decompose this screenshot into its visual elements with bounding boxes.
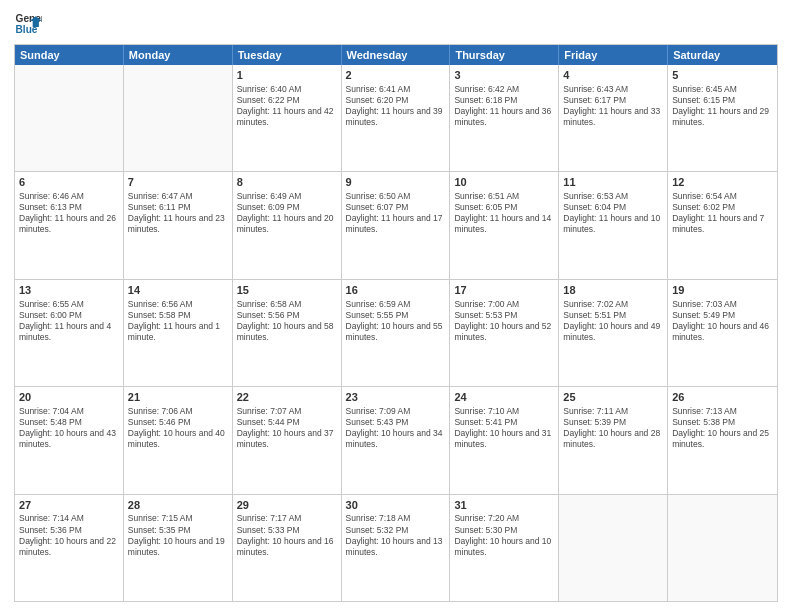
day-number: 23 — [346, 390, 446, 405]
day-header-thursday: Thursday — [450, 45, 559, 65]
day-number: 9 — [346, 175, 446, 190]
day-number: 2 — [346, 68, 446, 83]
day-info: Sunrise: 7:14 AM Sunset: 5:36 PM Dayligh… — [19, 513, 119, 557]
day-number: 14 — [128, 283, 228, 298]
day-info: Sunrise: 6:49 AM Sunset: 6:09 PM Dayligh… — [237, 191, 337, 235]
day-number: 20 — [19, 390, 119, 405]
day-number: 28 — [128, 498, 228, 513]
day-header-saturday: Saturday — [668, 45, 777, 65]
page-container: General Blue SundayMondayTuesdayWednesda… — [0, 0, 792, 612]
day-info: Sunrise: 6:41 AM Sunset: 6:20 PM Dayligh… — [346, 84, 446, 128]
day-cell-20: 20Sunrise: 7:04 AM Sunset: 5:48 PM Dayli… — [15, 387, 124, 493]
day-info: Sunrise: 6:59 AM Sunset: 5:55 PM Dayligh… — [346, 299, 446, 343]
day-number: 15 — [237, 283, 337, 298]
empty-cell — [15, 65, 124, 171]
day-cell-5: 5Sunrise: 6:45 AM Sunset: 6:15 PM Daylig… — [668, 65, 777, 171]
logo-icon: General Blue — [14, 10, 42, 38]
day-number: 22 — [237, 390, 337, 405]
day-number: 5 — [672, 68, 773, 83]
day-info: Sunrise: 7:17 AM Sunset: 5:33 PM Dayligh… — [237, 513, 337, 557]
day-cell-11: 11Sunrise: 6:53 AM Sunset: 6:04 PM Dayli… — [559, 172, 668, 278]
day-cell-9: 9Sunrise: 6:50 AM Sunset: 6:07 PM Daylig… — [342, 172, 451, 278]
day-cell-28: 28Sunrise: 7:15 AM Sunset: 5:35 PM Dayli… — [124, 495, 233, 601]
day-cell-10: 10Sunrise: 6:51 AM Sunset: 6:05 PM Dayli… — [450, 172, 559, 278]
day-info: Sunrise: 6:40 AM Sunset: 6:22 PM Dayligh… — [237, 84, 337, 128]
calendar: SundayMondayTuesdayWednesdayThursdayFrid… — [14, 44, 778, 602]
day-info: Sunrise: 7:00 AM Sunset: 5:53 PM Dayligh… — [454, 299, 554, 343]
day-number: 4 — [563, 68, 663, 83]
day-cell-31: 31Sunrise: 7:20 AM Sunset: 5:30 PM Dayli… — [450, 495, 559, 601]
day-cell-3: 3Sunrise: 6:42 AM Sunset: 6:18 PM Daylig… — [450, 65, 559, 171]
day-info: Sunrise: 6:42 AM Sunset: 6:18 PM Dayligh… — [454, 84, 554, 128]
day-cell-14: 14Sunrise: 6:56 AM Sunset: 5:58 PM Dayli… — [124, 280, 233, 386]
day-cell-4: 4Sunrise: 6:43 AM Sunset: 6:17 PM Daylig… — [559, 65, 668, 171]
day-cell-21: 21Sunrise: 7:06 AM Sunset: 5:46 PM Dayli… — [124, 387, 233, 493]
day-info: Sunrise: 7:06 AM Sunset: 5:46 PM Dayligh… — [128, 406, 228, 450]
day-cell-15: 15Sunrise: 6:58 AM Sunset: 5:56 PM Dayli… — [233, 280, 342, 386]
day-cell-1: 1Sunrise: 6:40 AM Sunset: 6:22 PM Daylig… — [233, 65, 342, 171]
day-header-friday: Friday — [559, 45, 668, 65]
calendar-header: SundayMondayTuesdayWednesdayThursdayFrid… — [15, 45, 777, 65]
day-number: 12 — [672, 175, 773, 190]
day-info: Sunrise: 6:56 AM Sunset: 5:58 PM Dayligh… — [128, 299, 228, 343]
day-header-wednesday: Wednesday — [342, 45, 451, 65]
calendar-row-1: 1Sunrise: 6:40 AM Sunset: 6:22 PM Daylig… — [15, 65, 777, 171]
day-info: Sunrise: 6:58 AM Sunset: 5:56 PM Dayligh… — [237, 299, 337, 343]
day-cell-26: 26Sunrise: 7:13 AM Sunset: 5:38 PM Dayli… — [668, 387, 777, 493]
day-number: 10 — [454, 175, 554, 190]
calendar-row-4: 20Sunrise: 7:04 AM Sunset: 5:48 PM Dayli… — [15, 386, 777, 493]
day-number: 25 — [563, 390, 663, 405]
day-number: 19 — [672, 283, 773, 298]
day-number: 18 — [563, 283, 663, 298]
day-info: Sunrise: 7:04 AM Sunset: 5:48 PM Dayligh… — [19, 406, 119, 450]
day-cell-19: 19Sunrise: 7:03 AM Sunset: 5:49 PM Dayli… — [668, 280, 777, 386]
day-number: 6 — [19, 175, 119, 190]
calendar-row-5: 27Sunrise: 7:14 AM Sunset: 5:36 PM Dayli… — [15, 494, 777, 601]
day-cell-24: 24Sunrise: 7:10 AM Sunset: 5:41 PM Dayli… — [450, 387, 559, 493]
day-cell-18: 18Sunrise: 7:02 AM Sunset: 5:51 PM Dayli… — [559, 280, 668, 386]
day-number: 21 — [128, 390, 228, 405]
day-number: 24 — [454, 390, 554, 405]
day-cell-13: 13Sunrise: 6:55 AM Sunset: 6:00 PM Dayli… — [15, 280, 124, 386]
day-cell-30: 30Sunrise: 7:18 AM Sunset: 5:32 PM Dayli… — [342, 495, 451, 601]
day-number: 17 — [454, 283, 554, 298]
day-number: 27 — [19, 498, 119, 513]
day-info: Sunrise: 6:43 AM Sunset: 6:17 PM Dayligh… — [563, 84, 663, 128]
day-cell-16: 16Sunrise: 6:59 AM Sunset: 5:55 PM Dayli… — [342, 280, 451, 386]
day-info: Sunrise: 6:46 AM Sunset: 6:13 PM Dayligh… — [19, 191, 119, 235]
day-cell-2: 2Sunrise: 6:41 AM Sunset: 6:20 PM Daylig… — [342, 65, 451, 171]
day-cell-6: 6Sunrise: 6:46 AM Sunset: 6:13 PM Daylig… — [15, 172, 124, 278]
day-info: Sunrise: 6:47 AM Sunset: 6:11 PM Dayligh… — [128, 191, 228, 235]
calendar-row-2: 6Sunrise: 6:46 AM Sunset: 6:13 PM Daylig… — [15, 171, 777, 278]
day-info: Sunrise: 7:11 AM Sunset: 5:39 PM Dayligh… — [563, 406, 663, 450]
day-number: 26 — [672, 390, 773, 405]
day-number: 8 — [237, 175, 337, 190]
day-cell-27: 27Sunrise: 7:14 AM Sunset: 5:36 PM Dayli… — [15, 495, 124, 601]
day-cell-8: 8Sunrise: 6:49 AM Sunset: 6:09 PM Daylig… — [233, 172, 342, 278]
day-info: Sunrise: 7:02 AM Sunset: 5:51 PM Dayligh… — [563, 299, 663, 343]
empty-cell — [124, 65, 233, 171]
day-number: 30 — [346, 498, 446, 513]
day-number: 7 — [128, 175, 228, 190]
day-number: 16 — [346, 283, 446, 298]
day-info: Sunrise: 6:51 AM Sunset: 6:05 PM Dayligh… — [454, 191, 554, 235]
day-cell-23: 23Sunrise: 7:09 AM Sunset: 5:43 PM Dayli… — [342, 387, 451, 493]
day-cell-29: 29Sunrise: 7:17 AM Sunset: 5:33 PM Dayli… — [233, 495, 342, 601]
day-number: 3 — [454, 68, 554, 83]
day-cell-22: 22Sunrise: 7:07 AM Sunset: 5:44 PM Dayli… — [233, 387, 342, 493]
logo: General Blue — [14, 10, 42, 38]
day-info: Sunrise: 7:13 AM Sunset: 5:38 PM Dayligh… — [672, 406, 773, 450]
day-info: Sunrise: 6:55 AM Sunset: 6:00 PM Dayligh… — [19, 299, 119, 343]
day-header-monday: Monday — [124, 45, 233, 65]
day-number: 29 — [237, 498, 337, 513]
day-number: 1 — [237, 68, 337, 83]
day-info: Sunrise: 7:10 AM Sunset: 5:41 PM Dayligh… — [454, 406, 554, 450]
day-number: 11 — [563, 175, 663, 190]
day-info: Sunrise: 7:03 AM Sunset: 5:49 PM Dayligh… — [672, 299, 773, 343]
day-cell-17: 17Sunrise: 7:00 AM Sunset: 5:53 PM Dayli… — [450, 280, 559, 386]
day-info: Sunrise: 6:53 AM Sunset: 6:04 PM Dayligh… — [563, 191, 663, 235]
day-number: 13 — [19, 283, 119, 298]
day-info: Sunrise: 7:09 AM Sunset: 5:43 PM Dayligh… — [346, 406, 446, 450]
empty-cell — [668, 495, 777, 601]
day-info: Sunrise: 7:07 AM Sunset: 5:44 PM Dayligh… — [237, 406, 337, 450]
